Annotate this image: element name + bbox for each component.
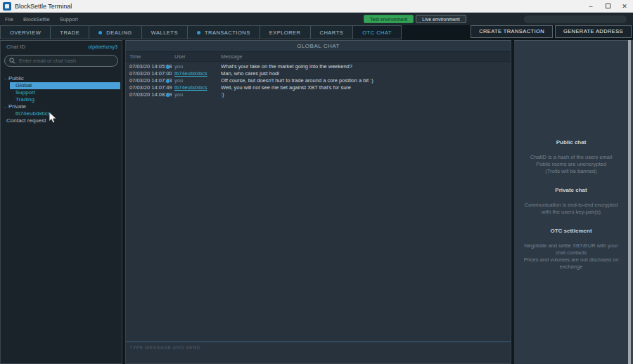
message-text: What's your take on the market going int… (221, 63, 511, 70)
message-dot-cell (166, 91, 174, 98)
chat-search-input[interactable]: Enter email or chat hash (4, 55, 118, 67)
column-user: User (174, 53, 221, 60)
info-section-title: Public chat (521, 139, 621, 145)
tab-otc-chat[interactable]: OTC CHAT (353, 25, 402, 39)
tab-notification-dot-icon (98, 31, 102, 34)
app-logo-icon (3, 2, 11, 11)
live-environment-button[interactable]: Live environment (416, 15, 466, 23)
chat-message-row: 07/03/20 14:08:09 you :) (126, 91, 511, 98)
tab-label: CHARTS (320, 30, 344, 36)
message-dot-cell (166, 84, 174, 91)
tree-item-contact-request[interactable]: Contact request (1, 117, 122, 124)
tab-label: TRADE (60, 30, 79, 36)
message-time: 07/03/20 14:07:00 (126, 70, 166, 77)
tab-dealing[interactable]: DEALING (89, 25, 141, 39)
message-text: Off course, but doesn't hurt to trade ar… (221, 77, 511, 84)
tree-item-tb74eubdxbcs[interactable]: tb74eubdxbcs (1, 110, 122, 117)
environment-switch: Test environment Live environment (364, 15, 466, 23)
maximize-button[interactable] (599, 0, 616, 12)
status-placeholder-bar (524, 15, 627, 23)
info-line: Communication is end-to-end encrypted wi… (521, 202, 621, 216)
window-controls: – ✕ (582, 0, 633, 12)
tab-label: DEALING (106, 30, 132, 36)
tab-bar-tabs: OVERVIEW TRADE DEALING WALLETS TRANSACTI… (0, 25, 402, 39)
info-line: Public rooms are unencrypted (521, 161, 621, 168)
tree-item-label: Support (15, 89, 35, 96)
message-text: Well, you will not see me bet against XB… (221, 84, 511, 91)
chat-id-value: utpdoefuzxy3 (88, 44, 117, 49)
create-transaction-button[interactable]: CREATE TRANSACTION (471, 25, 553, 38)
info-section-title: OTC settlement (521, 228, 621, 234)
chat-panel-title: GLOBAL CHAT (126, 41, 511, 52)
menu-file[interactable]: File (0, 16, 18, 22)
chat-room-tree: – Public Global Support Trading – Privat… (1, 75, 122, 124)
message-time: 07/03/20 14:08:09 (126, 91, 166, 98)
tree-item-label: Contact request (6, 117, 46, 124)
tab-transactions[interactable]: TRANSACTIONS (188, 25, 260, 39)
message-user: you (174, 91, 221, 98)
chat-id-label: Chat ID (6, 44, 25, 50)
message-time: 07/03/20 14:07:49 (126, 84, 166, 91)
info-section-public-chat: Public chat ChatID is a hash of the user… (521, 139, 621, 175)
message-user[interactable]: tb74eubdxbcs (174, 84, 221, 91)
chat-message-row: 07/03/20 14:07:00 tb74eubdxbcs Man, who … (126, 70, 511, 77)
tab-notification-dot-icon (197, 31, 200, 34)
tab-overview[interactable]: OVERVIEW (0, 25, 51, 39)
blocksettle-terminal-window: BlockSettle Terminal – ✕ File BlockSettl… (0, 0, 633, 364)
generate-address-button[interactable]: GENERATE ADDRESS (555, 25, 632, 38)
info-line: Negotiate and settle XBT/EUR with your c… (521, 242, 621, 256)
tree-item-support[interactable]: Support (1, 89, 122, 96)
tree-item-label: Trading (15, 96, 34, 103)
chat-message-input[interactable]: TYPE MESSAGE AND SEND (126, 342, 511, 363)
main-content: Chat ID utpdoefuzxy3 Enter email or chat… (0, 40, 633, 364)
tree-item-trading[interactable]: Trading (1, 96, 122, 103)
info-section-otc-settlement: OTC settlement Negotiate and settle XBT/… (521, 228, 621, 271)
chat-id-header: Chat ID utpdoefuzxy3 (1, 41, 122, 52)
tree-item-private[interactable]: – Private (1, 103, 122, 110)
menu-blocksettle[interactable]: BlockSettle (18, 16, 55, 22)
info-section-title: Private chat (521, 187, 621, 193)
message-time: 07/03/20 14:07:23 (126, 77, 166, 84)
tab-label: OVERVIEW (10, 30, 41, 36)
self-indicator-dot-icon (166, 65, 170, 69)
message-user[interactable]: tb74eubdxbcs (174, 70, 221, 77)
message-dot-cell (166, 77, 174, 84)
tree-item-label: Global (15, 82, 32, 89)
chat-message-list[interactable]: 07/03/20 14:05:58 you What's your take o… (126, 62, 511, 342)
chat-panel: GLOBAL CHAT Time User Message 07/03/20 1… (125, 40, 511, 364)
tree-item-label: Public (8, 75, 24, 82)
tab-bar-actions: CREATE TRANSACTION GENERATE ADDRESS (471, 25, 632, 38)
minimize-button[interactable]: – (582, 0, 599, 12)
title-bar: BlockSettle Terminal – ✕ (0, 0, 633, 13)
message-time: 07/03/20 14:05:58 (126, 63, 166, 70)
message-user: you (174, 63, 221, 70)
info-section-private-chat: Private chat Communication is end-to-end… (521, 187, 621, 216)
chat-column-header: Time User Message (126, 52, 511, 62)
maximize-icon (606, 4, 610, 8)
menu-bar: File BlockSettle Support Test environmen… (0, 13, 633, 25)
tree-item-global[interactable]: Global (10, 82, 120, 89)
info-line: Prices and volumes are not disclosed on … (521, 256, 621, 271)
otc-info-panel: Public chat ChatID is a hash of the user… (514, 40, 628, 364)
chat-message-row: 07/03/20 14:07:49 tb74eubdxbcs Well, you… (126, 84, 511, 91)
tree-item-label: Private (8, 103, 26, 110)
menu-support[interactable]: Support (55, 16, 83, 22)
self-indicator-dot-icon (166, 93, 170, 97)
tab-explorer[interactable]: EXPLORER (260, 25, 311, 39)
search-icon (9, 58, 15, 64)
chat-message-row: 07/03/20 14:07:23 you Off course, but do… (126, 77, 511, 84)
info-line: (Trolls will be banned) (521, 168, 621, 175)
message-text: :) (221, 91, 511, 98)
tree-item-label: tb74eubdxbcs (15, 110, 51, 117)
tab-charts[interactable]: CHARTS (311, 25, 354, 39)
tab-wallets[interactable]: WALLETS (142, 25, 188, 39)
tree-item-public[interactable]: – Public (1, 75, 122, 82)
tab-trade[interactable]: TRADE (51, 25, 89, 39)
chat-sidebar: Chat ID utpdoefuzxy3 Enter email or chat… (0, 40, 122, 364)
column-time: Time (126, 53, 166, 60)
message-dot-cell (166, 63, 174, 70)
self-indicator-dot-icon (166, 79, 170, 83)
message-dot-cell (166, 70, 174, 77)
test-environment-button[interactable]: Test environment (364, 15, 414, 23)
close-button[interactable]: ✕ (616, 0, 633, 12)
